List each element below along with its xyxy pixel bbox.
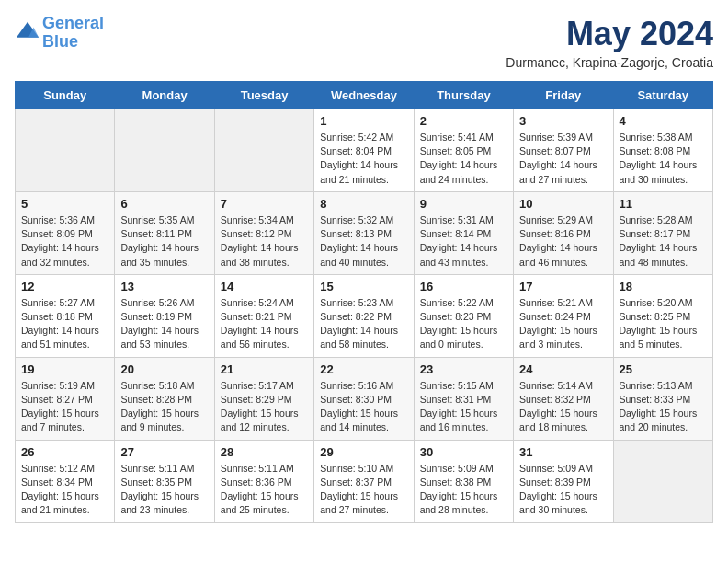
calendar-cell: 23Sunrise: 5:15 AMSunset: 8:31 PMDayligh…	[414, 357, 513, 440]
calendar-cell: 17Sunrise: 5:21 AMSunset: 8:24 PMDayligh…	[514, 274, 613, 357]
day-number: 29	[320, 445, 407, 459]
location-subtitle: Durmanec, Krapina-Zagorje, Croatia	[506, 55, 713, 70]
calendar-header: SundayMondayTuesdayWednesdayThursdayFrid…	[16, 82, 713, 109]
title-block: May 2024 Durmanec, Krapina-Zagorje, Croa…	[506, 15, 713, 70]
day-info: Sunrise: 5:19 AMSunset: 8:27 PMDaylight:…	[21, 379, 108, 435]
day-number: 11	[620, 197, 707, 211]
calendar-cell: 10Sunrise: 5:29 AMSunset: 8:16 PMDayligh…	[514, 191, 613, 274]
calendar-cell: 11Sunrise: 5:28 AMSunset: 8:17 PMDayligh…	[613, 191, 712, 274]
day-number: 14	[221, 280, 308, 293]
day-number: 20	[120, 362, 208, 376]
day-number: 13	[120, 280, 208, 293]
logo-text: General Blue	[42, 15, 104, 52]
day-number: 23	[420, 362, 507, 376]
page-header: General Blue May 2024 Durmanec, Krapina-…	[15, 15, 713, 70]
day-info: Sunrise: 5:09 AMSunset: 8:38 PMDaylight:…	[420, 462, 507, 518]
calendar-cell: 21Sunrise: 5:17 AMSunset: 8:29 PMDayligh…	[214, 357, 313, 440]
day-number: 17	[519, 280, 607, 293]
day-info: Sunrise: 5:35 AMSunset: 8:11 PMDaylight:…	[120, 213, 208, 270]
day-info: Sunrise: 5:26 AMSunset: 8:19 PMDaylight:…	[120, 296, 208, 352]
week-row-1: 1Sunrise: 5:42 AMSunset: 8:04 PMDaylight…	[16, 109, 713, 192]
day-number: 24	[519, 362, 607, 376]
day-info: Sunrise: 5:42 AMSunset: 8:04 PMDaylight:…	[320, 131, 407, 187]
day-number: 10	[519, 197, 607, 211]
calendar-cell: 18Sunrise: 5:20 AMSunset: 8:25 PMDayligh…	[613, 274, 712, 357]
day-info: Sunrise: 5:20 AMSunset: 8:25 PMDaylight:…	[620, 296, 707, 352]
day-of-week-tuesday: Tuesday	[214, 82, 313, 109]
calendar-cell: 30Sunrise: 5:09 AMSunset: 8:38 PMDayligh…	[414, 440, 513, 523]
calendar-cell: 3Sunrise: 5:39 AMSunset: 8:07 PMDaylight…	[514, 109, 613, 192]
day-number: 5	[21, 197, 108, 211]
calendar-cell: 7Sunrise: 5:34 AMSunset: 8:12 PMDaylight…	[214, 191, 313, 274]
day-of-week-friday: Friday	[514, 82, 613, 109]
calendar-cell	[115, 109, 214, 192]
day-number: 22	[320, 362, 407, 376]
calendar-cell: 5Sunrise: 5:36 AMSunset: 8:09 PMDaylight…	[16, 191, 115, 274]
day-info: Sunrise: 5:15 AMSunset: 8:31 PMDaylight:…	[420, 379, 507, 435]
calendar-cell: 6Sunrise: 5:35 AMSunset: 8:11 PMDaylight…	[115, 191, 214, 274]
day-number: 15	[320, 280, 407, 293]
day-number: 16	[420, 280, 507, 293]
week-row-4: 19Sunrise: 5:19 AMSunset: 8:27 PMDayligh…	[16, 357, 713, 440]
calendar-cell	[613, 440, 712, 523]
day-number: 31	[519, 445, 607, 459]
day-number: 3	[519, 114, 607, 128]
day-number: 21	[221, 362, 308, 376]
day-info: Sunrise: 5:24 AMSunset: 8:21 PMDaylight:…	[221, 296, 308, 352]
calendar-cell: 15Sunrise: 5:23 AMSunset: 8:22 PMDayligh…	[314, 274, 414, 357]
calendar-cell: 14Sunrise: 5:24 AMSunset: 8:21 PMDayligh…	[214, 274, 313, 357]
day-info: Sunrise: 5:34 AMSunset: 8:12 PMDaylight:…	[221, 213, 308, 270]
calendar-cell: 29Sunrise: 5:10 AMSunset: 8:37 PMDayligh…	[314, 440, 414, 523]
day-info: Sunrise: 5:13 AMSunset: 8:33 PMDaylight:…	[620, 379, 707, 435]
day-info: Sunrise: 5:29 AMSunset: 8:16 PMDaylight:…	[519, 213, 607, 270]
day-number: 30	[420, 445, 507, 459]
day-info: Sunrise: 5:10 AMSunset: 8:37 PMDaylight:…	[320, 462, 407, 518]
day-info: Sunrise: 5:11 AMSunset: 8:35 PMDaylight:…	[120, 462, 208, 518]
calendar-cell: 19Sunrise: 5:19 AMSunset: 8:27 PMDayligh…	[16, 357, 115, 440]
calendar-cell: 27Sunrise: 5:11 AMSunset: 8:35 PMDayligh…	[115, 440, 214, 523]
day-number: 27	[120, 445, 208, 459]
week-row-3: 12Sunrise: 5:27 AMSunset: 8:18 PMDayligh…	[16, 274, 713, 357]
day-number: 28	[221, 445, 308, 459]
month-title: May 2024	[506, 15, 713, 53]
calendar-cell: 28Sunrise: 5:11 AMSunset: 8:36 PMDayligh…	[214, 440, 313, 523]
day-number: 19	[21, 362, 108, 376]
day-info: Sunrise: 5:23 AMSunset: 8:22 PMDaylight:…	[320, 296, 407, 352]
day-info: Sunrise: 5:36 AMSunset: 8:09 PMDaylight:…	[21, 213, 108, 270]
day-number: 6	[120, 197, 208, 211]
calendar-cell: 8Sunrise: 5:32 AMSunset: 8:13 PMDaylight…	[314, 191, 414, 274]
calendar-cell: 12Sunrise: 5:27 AMSunset: 8:18 PMDayligh…	[16, 274, 115, 357]
day-info: Sunrise: 5:32 AMSunset: 8:13 PMDaylight:…	[320, 213, 407, 270]
week-row-2: 5Sunrise: 5:36 AMSunset: 8:09 PMDaylight…	[16, 191, 713, 274]
day-info: Sunrise: 5:16 AMSunset: 8:30 PMDaylight:…	[320, 379, 407, 435]
calendar-cell: 22Sunrise: 5:16 AMSunset: 8:30 PMDayligh…	[314, 357, 414, 440]
day-info: Sunrise: 5:17 AMSunset: 8:29 PMDaylight:…	[221, 379, 308, 435]
calendar-cell: 31Sunrise: 5:09 AMSunset: 8:39 PMDayligh…	[514, 440, 613, 523]
day-number: 26	[21, 445, 108, 459]
day-info: Sunrise: 5:31 AMSunset: 8:14 PMDaylight:…	[420, 213, 507, 270]
day-info: Sunrise: 5:22 AMSunset: 8:23 PMDaylight:…	[420, 296, 507, 352]
calendar-cell: 24Sunrise: 5:14 AMSunset: 8:32 PMDayligh…	[514, 357, 613, 440]
day-of-week-sunday: Sunday	[16, 82, 115, 109]
day-number: 12	[21, 280, 108, 293]
day-info: Sunrise: 5:21 AMSunset: 8:24 PMDaylight:…	[519, 296, 607, 352]
day-of-week-thursday: Thursday	[414, 82, 513, 109]
calendar-cell: 1Sunrise: 5:42 AMSunset: 8:04 PMDaylight…	[314, 109, 414, 192]
calendar-body: 1Sunrise: 5:42 AMSunset: 8:04 PMDaylight…	[16, 109, 713, 523]
calendar-cell: 25Sunrise: 5:13 AMSunset: 8:33 PMDayligh…	[613, 357, 712, 440]
day-number: 4	[620, 114, 707, 128]
calendar-cell: 2Sunrise: 5:41 AMSunset: 8:05 PMDaylight…	[414, 109, 513, 192]
day-number: 9	[420, 197, 507, 211]
day-info: Sunrise: 5:38 AMSunset: 8:08 PMDaylight:…	[620, 131, 707, 187]
day-number: 18	[620, 280, 707, 293]
day-number: 7	[221, 197, 308, 211]
calendar-cell: 4Sunrise: 5:38 AMSunset: 8:08 PMDaylight…	[613, 109, 712, 192]
calendar-cell: 9Sunrise: 5:31 AMSunset: 8:14 PMDaylight…	[414, 191, 513, 274]
calendar-cell: 26Sunrise: 5:12 AMSunset: 8:34 PMDayligh…	[16, 440, 115, 523]
day-number: 1	[320, 114, 407, 128]
day-of-week-wednesday: Wednesday	[314, 82, 414, 109]
day-info: Sunrise: 5:28 AMSunset: 8:17 PMDaylight:…	[620, 213, 707, 270]
logo: General Blue	[15, 15, 104, 52]
calendar-table: SundayMondayTuesdayWednesdayThursdayFrid…	[15, 81, 713, 523]
calendar-cell: 20Sunrise: 5:18 AMSunset: 8:28 PMDayligh…	[115, 357, 214, 440]
